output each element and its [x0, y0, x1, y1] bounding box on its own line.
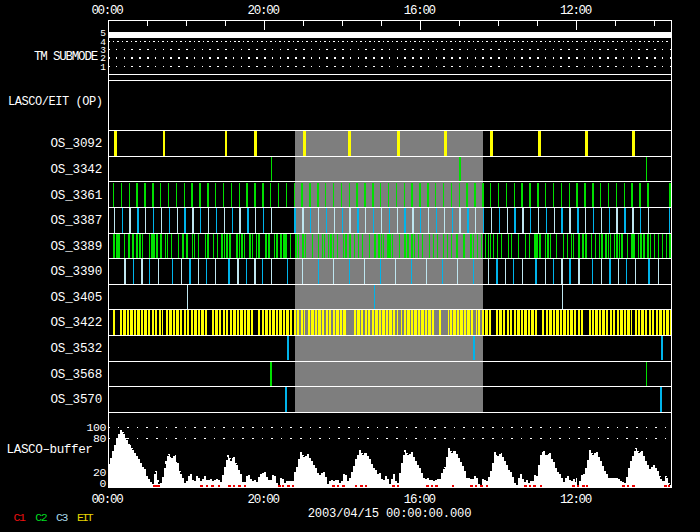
svg-text:OS_3390: OS_3390 [50, 265, 102, 279]
svg-text:0: 0 [99, 477, 106, 490]
svg-text:OS_3387: OS_3387 [50, 214, 102, 228]
svg-text:20:00: 20:00 [248, 4, 280, 18]
svg-text:16:00: 16:00 [404, 4, 436, 18]
svg-text:LASCO/EIT (OP): LASCO/EIT (OP) [8, 95, 103, 109]
svg-text:OS_3361: OS_3361 [50, 189, 102, 203]
svg-text:OS_3532: OS_3532 [50, 342, 102, 356]
svg-text:80: 80 [93, 432, 107, 445]
svg-text:00:00: 00:00 [91, 4, 123, 18]
svg-text:OS_3389: OS_3389 [50, 240, 102, 254]
svg-text:OS_3405: OS_3405 [50, 291, 102, 305]
svg-text:TM SUBMODE: TM SUBMODE [34, 50, 98, 64]
svg-text:20:00: 20:00 [248, 493, 280, 507]
svg-text:C3: C3 [56, 511, 69, 524]
svg-text:OS_3570: OS_3570 [50, 393, 102, 407]
svg-text:OS_3342: OS_3342 [50, 163, 102, 177]
svg-text:OS_3422: OS_3422 [50, 316, 102, 330]
svg-text:12:00: 12:00 [560, 4, 592, 18]
svg-text:C2: C2 [35, 511, 48, 524]
svg-text:16:00: 16:00 [404, 493, 436, 507]
svg-text:LASCO–buffer: LASCO–buffer [7, 443, 93, 457]
svg-text:OS_3092: OS_3092 [50, 137, 102, 151]
svg-text:EIT: EIT [77, 511, 94, 524]
svg-text:2003/04/15 00:00:00.000: 2003/04/15 00:00:00.000 [308, 507, 472, 521]
svg-text:1: 1 [100, 62, 106, 73]
svg-text:00:00: 00:00 [91, 493, 123, 507]
svg-text:C1: C1 [14, 511, 27, 524]
svg-text:OS_3568: OS_3568 [50, 368, 102, 382]
svg-text:12:00: 12:00 [560, 493, 592, 507]
